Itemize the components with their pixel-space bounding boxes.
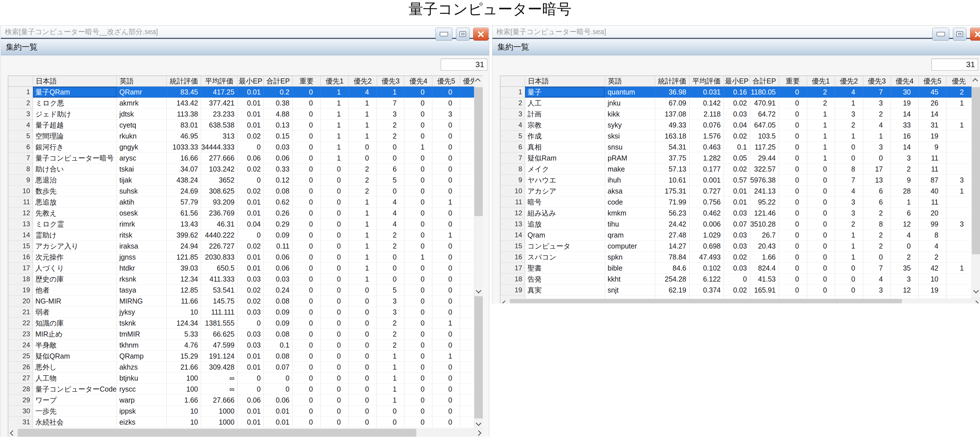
table-row[interactable]: 3計画kikk137.082.1180.0364.7201321414 bbox=[500, 108, 972, 120]
cell-value[interactable]: 638.538 bbox=[201, 120, 237, 131]
cell-value[interactable]: 21.66 bbox=[167, 362, 201, 373]
cell-value[interactable]: 0.07 bbox=[724, 218, 750, 230]
row-number-cell[interactable]: 30 bbox=[8, 406, 33, 417]
cell-value[interactable]: 2 bbox=[377, 131, 404, 142]
cell-value[interactable]: 10 bbox=[918, 274, 946, 285]
cell-value[interactable]: 0.03 bbox=[237, 274, 264, 285]
cell-value[interactable]: 7 bbox=[377, 97, 404, 108]
cell-value[interactable]: 0 bbox=[293, 406, 321, 417]
cell-value[interactable]: 0 bbox=[348, 406, 377, 417]
cell-value[interactable] bbox=[946, 285, 972, 296]
cell-english[interactable]: kikk bbox=[605, 108, 655, 120]
cell-value[interactable] bbox=[946, 197, 972, 207]
cell-value[interactable]: 3 bbox=[835, 108, 863, 120]
cell-japanese[interactable]: 作成 bbox=[525, 131, 605, 142]
cell-value[interactable]: 1.029 bbox=[689, 230, 724, 241]
table-row[interactable]: 25疑似QRamQRamp15.29191.1240.010.08000101 bbox=[8, 351, 480, 362]
cell-value[interactable] bbox=[946, 108, 972, 120]
cell-value[interactable]: 2 bbox=[348, 186, 377, 197]
cell-value[interactable]: 1 bbox=[348, 263, 377, 274]
cell-value[interactable]: 0 bbox=[348, 142, 377, 153]
cell-value[interactable]: 87 bbox=[918, 175, 946, 186]
row-number-cell[interactable]: 22 bbox=[8, 318, 33, 329]
cell-value[interactable]: 0.08 bbox=[264, 296, 293, 307]
cell-value[interactable]: 0.06 bbox=[264, 395, 293, 406]
cell-value[interactable]: 0 bbox=[807, 285, 835, 296]
cell-value[interactable]: 2 bbox=[918, 252, 946, 263]
close-button[interactable] bbox=[970, 28, 980, 41]
cell-value[interactable] bbox=[946, 241, 972, 252]
cell-value[interactable]: 0 bbox=[321, 395, 348, 406]
cell-japanese[interactable]: 数歩先 bbox=[33, 186, 117, 197]
cell-value[interactable]: 2 bbox=[835, 120, 863, 131]
cell-value[interactable]: 0 bbox=[779, 153, 807, 164]
cell-value[interactable]: 0 bbox=[293, 218, 321, 230]
cell-value[interactable]: 0 bbox=[293, 252, 321, 263]
cell-value[interactable]: 254.28 bbox=[655, 274, 689, 285]
scrollbar-thumb[interactable] bbox=[510, 299, 902, 303]
cell-value[interactable]: 46.95 bbox=[167, 131, 201, 142]
cell-value[interactable]: 0 bbox=[404, 153, 432, 164]
row-number-cell[interactable]: 18 bbox=[500, 274, 525, 285]
cell-japanese[interactable]: ヤハウエ bbox=[525, 175, 605, 186]
cell-value[interactable]: 0 bbox=[432, 285, 460, 296]
cell-english[interactable]: btjnku bbox=[117, 373, 167, 384]
cell-value[interactable]: 0.02 bbox=[237, 131, 264, 142]
cell-value[interactable]: 5 bbox=[377, 285, 404, 296]
table-row[interactable]: 12先教えosesk61.56236.7690.010.26001400 bbox=[8, 207, 480, 218]
column-header-4[interactable]: 平均評価 bbox=[201, 76, 237, 87]
cell-value[interactable]: 11 bbox=[918, 164, 946, 175]
cell-value[interactable]: 0 bbox=[779, 164, 807, 175]
cell-value[interactable]: 71.99 bbox=[655, 197, 689, 207]
cell-value[interactable]: 0.03 bbox=[237, 307, 264, 318]
cell-english[interactable]: rkukn bbox=[117, 131, 167, 142]
cell-value[interactable]: 0.01 bbox=[237, 207, 264, 218]
table-row[interactable]: 6銀河行きgngyk1033.3334444.33300.03010010 bbox=[8, 142, 480, 153]
cell-value[interactable]: 8 bbox=[918, 230, 946, 241]
cell-english[interactable]: akmrk bbox=[117, 97, 167, 108]
cell-value[interactable]: 0 bbox=[377, 417, 404, 428]
cell-value[interactable]: 1 bbox=[321, 142, 348, 153]
cell-english[interactable]: eizks bbox=[117, 417, 167, 428]
cell-value[interactable] bbox=[946, 153, 972, 164]
cell-japanese[interactable]: 銀河行き bbox=[33, 142, 117, 153]
cell-value[interactable]: 3 bbox=[863, 97, 891, 108]
cell-value[interactable]: 0.13 bbox=[264, 120, 293, 131]
cell-value[interactable]: 0 bbox=[321, 186, 348, 197]
cell-value[interactable]: 1 bbox=[377, 395, 404, 406]
cell-value[interactable]: 29.44 bbox=[750, 153, 779, 164]
cell-value[interactable]: 438.24 bbox=[167, 175, 201, 186]
table-row[interactable]: 21弱者jyksy10111.1110.030.09000300 bbox=[8, 307, 480, 318]
row-number-cell[interactable]: 5 bbox=[500, 131, 525, 142]
cell-value[interactable]: 3 bbox=[891, 274, 918, 285]
cell-value[interactable]: 2 bbox=[807, 97, 835, 108]
scroll-down-button[interactable] bbox=[474, 287, 483, 296]
cell-value[interactable]: 0 bbox=[404, 406, 432, 417]
cell-value[interactable]: 57.13 bbox=[655, 164, 689, 175]
cell-japanese[interactable]: 助け合い bbox=[33, 164, 117, 175]
table-row[interactable]: 20NG-MIRMIRNG11.66145.750.020.08000300 bbox=[8, 296, 480, 307]
cell-value[interactable]: 0.462 bbox=[689, 207, 724, 218]
maximize-button[interactable] bbox=[456, 28, 469, 41]
cell-value[interactable]: 0 bbox=[891, 241, 918, 252]
cell-japanese[interactable]: Qram bbox=[525, 230, 605, 241]
cell-value[interactable]: 49.33 bbox=[655, 120, 689, 131]
cell-english[interactable]: jdtsk bbox=[117, 108, 167, 120]
cell-value[interactable]: 0.24 bbox=[264, 285, 293, 296]
cell-value[interactable]: 2 bbox=[377, 230, 404, 241]
cell-value[interactable]: 10 bbox=[167, 406, 201, 417]
column-header-1[interactable]: 日本語 bbox=[525, 76, 605, 87]
cell-japanese[interactable]: 他者 bbox=[33, 285, 117, 296]
table-row[interactable]: 29ワープwarp1.6627.6660.060.06000100 bbox=[8, 395, 480, 406]
cell-value[interactable]: 0 bbox=[779, 230, 807, 241]
cell-value[interactable]: 47.599 bbox=[201, 340, 237, 351]
cell-value[interactable]: 0.08 bbox=[264, 329, 293, 340]
cell-value[interactable]: 0 bbox=[404, 218, 432, 230]
table-row[interactable]: 1量子QRamQRamr83.45417.250.010.2014100 bbox=[8, 87, 480, 97]
cell-value[interactable]: 0.031 bbox=[689, 87, 724, 97]
cell-value[interactable] bbox=[946, 131, 972, 142]
cell-value[interactable]: 0 bbox=[293, 285, 321, 296]
cell-value[interactable]: 0.06 bbox=[237, 153, 264, 164]
cell-value[interactable]: 417.25 bbox=[201, 87, 237, 97]
cell-value[interactable]: 411.333 bbox=[201, 274, 237, 285]
